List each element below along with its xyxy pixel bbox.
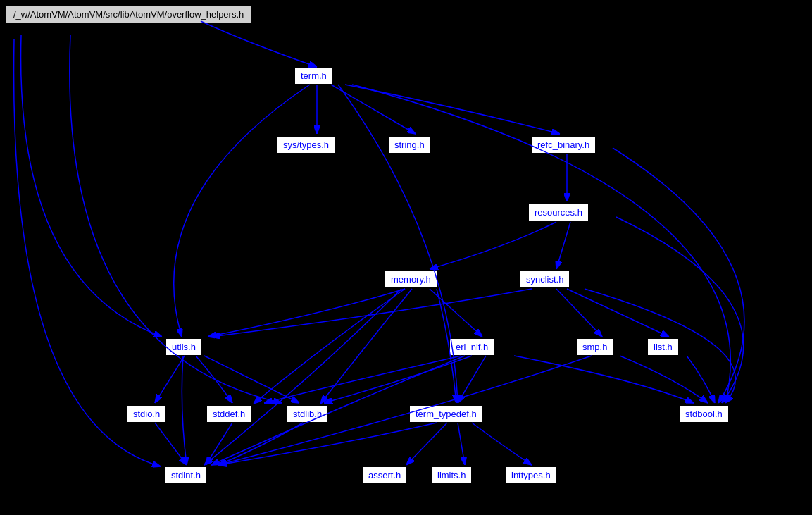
node-synclist-h: synclist.h <box>520 271 570 288</box>
node-smp-h: smp.h <box>576 338 613 356</box>
node-sys-types-h: sys/types.h <box>277 136 335 154</box>
node-stdio-h: stdio.h <box>127 405 166 423</box>
node-stdlib-h: stdlib.h <box>287 405 328 423</box>
node-list-h: list.h <box>647 338 679 356</box>
node-string-h: string.h <box>388 136 431 154</box>
title-box: /_w/AtomVM/AtomVM/src/libAtomVM/overflow… <box>6 6 251 23</box>
node-term-h: term.h <box>294 67 333 85</box>
node-term-typedef-h: term_typedef.h <box>409 405 483 423</box>
node-inttypes-h: inttypes.h <box>505 466 557 484</box>
node-stddef-h: stddef.h <box>206 405 251 423</box>
node-stdbool-h: stdbool.h <box>679 405 729 423</box>
node-erl-nif-h: erl_nif.h <box>449 338 494 356</box>
node-assert-h: assert.h <box>362 466 407 484</box>
node-stdint-h: stdint.h <box>165 466 207 484</box>
node-utils-h: utils.h <box>165 338 202 356</box>
dependency-arrows <box>0 0 812 515</box>
node-memory-h: memory.h <box>385 271 437 288</box>
node-limits-h: limits.h <box>431 466 472 484</box>
node-refc-binary-h: refc_binary.h <box>531 136 596 154</box>
node-resources-h: resources.h <box>528 204 589 221</box>
